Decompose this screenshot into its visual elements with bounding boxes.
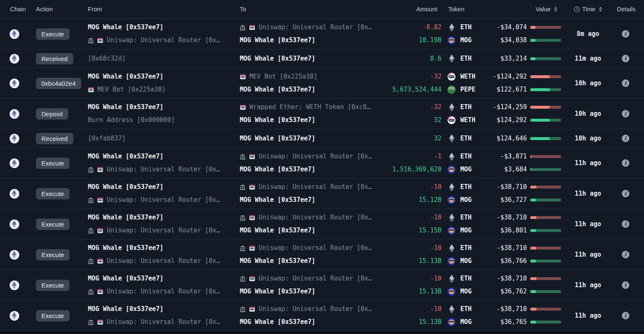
address-link[interactable]: Uniswap: Universal Router [0x… <box>240 152 379 161</box>
column-header-value[interactable]: Value <box>485 6 565 13</box>
token-label: MOG <box>460 318 472 326</box>
address-link[interactable]: MOG Whale [0x537ee7] <box>240 165 379 174</box>
address-link[interactable]: Uniswap: Universal Router [0x… <box>240 244 379 252</box>
details-info-button[interactable]: i <box>622 159 629 167</box>
address-link[interactable]: MOG Whale [0x537ee7] <box>88 72 236 81</box>
address-link[interactable]: MOG Whale [0x537ee7] <box>240 318 379 326</box>
address-link[interactable]: Wrapped Ether: WETH Token [0xc0… <box>240 103 379 112</box>
action-button[interactable]: Execute <box>36 188 69 199</box>
address-link[interactable]: MEV Bot [0x225a38] <box>240 72 379 81</box>
address-link[interactable]: Uniswap: Universal Router [0x… <box>240 274 379 283</box>
token-label: MOG <box>460 287 472 296</box>
token[interactable]: ETH <box>447 244 485 252</box>
value-row: $33,214 <box>485 54 561 63</box>
address-link[interactable]: MOG Whale [0x537ee7] <box>240 226 379 235</box>
details-info-button[interactable]: i <box>622 30 629 38</box>
details-info-button[interactable]: i <box>622 220 629 228</box>
details-info-button[interactable]: i <box>622 312 629 319</box>
value-bar <box>530 260 561 263</box>
action-button[interactable]: Execute <box>36 280 69 291</box>
address-link[interactable]: Uniswap: Universal Router [0x… <box>240 183 379 191</box>
address-link[interactable]: MOG Whale [0x537ee7] <box>240 116 379 125</box>
details-info-button[interactable]: i <box>622 135 629 142</box>
address-link[interactable]: MOG Whale [0x537ee7] <box>240 134 379 143</box>
token[interactable]: MOG <box>447 165 485 174</box>
chain-ethereum-icon <box>10 280 19 290</box>
value-usd: $34,038 <box>485 36 527 45</box>
action-button[interactable]: Received <box>36 133 73 144</box>
address-link[interactable]: Uniswap: Universal Router [0x… <box>240 23 379 32</box>
address-link[interactable]: MOG Whale [0x537ee7] <box>240 54 379 63</box>
address-link[interactable]: MOG Whale [0x537ee7] <box>88 213 236 222</box>
action-button[interactable]: Execute <box>36 249 69 260</box>
address-link[interactable]: Uniswap: Universal Router [0x… <box>88 196 236 204</box>
address-link[interactable]: Uniswap: Universal Router [0x… <box>88 165 236 174</box>
details-cell: i <box>611 55 644 62</box>
details-info-button[interactable]: i <box>622 110 629 117</box>
robot-icon <box>97 38 103 43</box>
token[interactable]: ETH <box>447 213 485 222</box>
address-link[interactable]: MOG Whale [0x537ee7] <box>240 85 379 94</box>
sort-value-icon[interactable] <box>554 7 557 12</box>
details-info-button[interactable]: i <box>622 251 629 258</box>
token[interactable]: MOG <box>447 318 485 326</box>
address-link[interactable]: MOG Whale [0x537ee7] <box>88 244 236 252</box>
action-button[interactable]: Execute <box>36 28 69 40</box>
sort-time-icon[interactable] <box>599 7 602 12</box>
address-link[interactable]: MOG Whale [0x537ee7] <box>88 23 236 32</box>
token[interactable]: ETH <box>447 183 485 191</box>
action-button[interactable]: Execute <box>36 310 69 321</box>
token[interactable]: ETH <box>447 274 485 283</box>
address-link[interactable]: MOG Whale [0x537ee7] <box>240 196 379 204</box>
address-link[interactable]: MOG Whale [0x537ee7] <box>88 183 236 191</box>
address-link[interactable]: Uniswap: Universal Router [0x… <box>240 305 379 314</box>
address-link[interactable]: MOG Whale [0x537ee7] <box>88 305 236 314</box>
token[interactable]: MOG <box>447 36 485 45</box>
token[interactable]: WETHWETH <box>447 116 485 125</box>
action-button[interactable]: Execute <box>36 158 69 169</box>
details-info-button[interactable]: i <box>622 79 629 87</box>
value-header-label: Value <box>536 6 551 13</box>
token[interactable]: ETH <box>447 134 485 143</box>
address-link[interactable]: [0x68c32d] <box>88 54 236 63</box>
action-button[interactable]: 0xbc4a02e4 <box>36 78 81 89</box>
token[interactable]: WETHWETH <box>447 72 485 81</box>
token[interactable]: MOG <box>447 287 485 296</box>
token[interactable]: MOG <box>447 257 485 265</box>
address-link[interactable]: [0xfab837] <box>88 134 236 143</box>
action-button[interactable]: Received <box>36 53 73 64</box>
address-link[interactable]: Burn Address [0x000000] <box>88 116 236 125</box>
transactions-table-body: ExecuteMOG Whale [0x537ee7]Uniswap: Univ… <box>0 19 644 331</box>
time-ago: 11h ago <box>575 312 601 319</box>
details-info-button[interactable]: i <box>622 281 629 289</box>
token[interactable]: PEPE <box>447 85 485 94</box>
details-info-button[interactable]: i <box>622 55 629 62</box>
token[interactable]: ETH <box>447 54 485 63</box>
address-link[interactable]: MOG Whale [0x537ee7] <box>240 257 379 265</box>
address-link[interactable]: Uniswap: Universal Router [0x… <box>88 36 236 45</box>
token[interactable]: ETH <box>447 23 485 32</box>
column-header-time[interactable]: Time <box>565 6 611 13</box>
address-link[interactable]: MOG Whale [0x537ee7] <box>88 274 236 283</box>
address-link[interactable]: Uniswap: Universal Router [0x… <box>240 213 379 222</box>
value-row: $36,766 <box>485 257 561 265</box>
address-link[interactable]: Uniswap: Universal Router [0x… <box>88 318 236 326</box>
address-link[interactable]: Uniswap: Universal Router [0x… <box>88 287 236 296</box>
address-link[interactable]: MOG Whale [0x537ee7] <box>88 152 236 161</box>
address-link[interactable]: MEV Bot [0x225a38] <box>88 85 236 94</box>
address-link[interactable]: MOG Whale [0x537ee7] <box>240 287 379 296</box>
token[interactable]: ETH <box>447 103 485 112</box>
token[interactable]: ETH <box>447 305 485 314</box>
address-link[interactable]: MOG Whale [0x537ee7] <box>240 36 379 45</box>
robot-icon <box>240 105 246 110</box>
address-link[interactable]: MOG Whale [0x537ee7] <box>88 103 236 112</box>
action-button[interactable]: Execute <box>36 219 69 230</box>
address-link[interactable]: Uniswap: Universal Router [0x… <box>88 257 236 265</box>
address-label: Uniswap: Universal Router [0x… <box>107 36 220 45</box>
token[interactable]: ETH <box>447 152 485 161</box>
details-info-button[interactable]: i <box>622 190 629 197</box>
address-link[interactable]: Uniswap: Universal Router [0x… <box>88 226 236 235</box>
token[interactable]: MOG <box>447 226 485 235</box>
token[interactable]: MOG <box>447 196 485 204</box>
action-button[interactable]: Deposit <box>36 108 68 120</box>
